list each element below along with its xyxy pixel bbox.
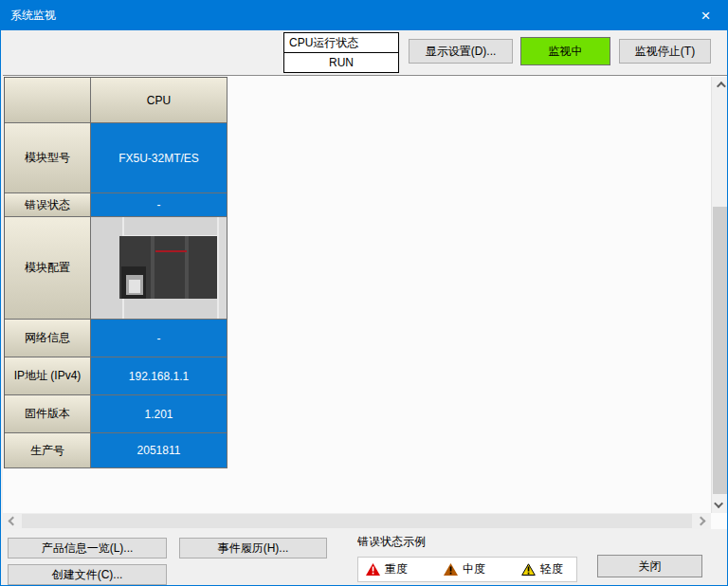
cpu-run-status-label: CPU运行状态 xyxy=(284,33,398,53)
row-label-error-status: 错误状态 xyxy=(5,193,91,217)
chevron-up-icon xyxy=(717,82,726,91)
legend-item-severe: 重度 xyxy=(366,561,408,577)
create-file-button[interactable]: 创建文件(C)... xyxy=(8,564,167,585)
monitor-stop-button[interactable]: 监视停止(T) xyxy=(619,39,711,64)
window-title: 系统监视 xyxy=(1,8,684,24)
cpu-column-header: CPU xyxy=(91,78,228,123)
chevron-right-icon xyxy=(697,517,706,526)
row-label-firmware-version: 固件版本 xyxy=(5,395,91,433)
production-number-value[interactable]: 2051811 xyxy=(91,433,228,468)
row-label-ip-address: IP地址 (IPv4) xyxy=(5,357,91,395)
network-info-value[interactable]: - xyxy=(91,320,228,357)
moderate-warning-icon xyxy=(444,563,458,576)
module-info-table: CPU 模块型号 FX5U-32MT/ES 错误状态 - 模块配置 xyxy=(4,77,228,468)
minor-warning-icon xyxy=(521,563,536,576)
table-corner-cell xyxy=(5,78,91,123)
module-red-stripe xyxy=(155,250,187,252)
ethernet-port-inner xyxy=(129,280,140,293)
scrollbar-up-button[interactable] xyxy=(712,77,728,93)
ip-address-value[interactable]: 192.168.1.1 xyxy=(91,357,228,395)
legend-item-minor: 轻度 xyxy=(521,561,563,577)
module-segment-divider-1 xyxy=(151,236,155,299)
vertical-scrollbar-thumb[interactable] xyxy=(713,207,727,494)
ethernet-port-icon xyxy=(126,275,143,295)
row-label-module-configuration: 模块配置 xyxy=(5,217,91,320)
module-segment-divider-2 xyxy=(185,236,189,299)
legend-label-severe: 重度 xyxy=(385,561,408,577)
close-icon: × xyxy=(701,7,711,26)
error-legend-title: 错误状态示例 xyxy=(357,534,426,550)
scrollbar-down-button[interactable] xyxy=(712,497,728,513)
horizontal-scrollbar-thumb[interactable] xyxy=(22,514,692,528)
plc-module-graphic[interactable] xyxy=(119,236,217,299)
vertical-scrollbar[interactable] xyxy=(711,77,727,513)
ethernet-port-block xyxy=(121,266,146,299)
chevron-down-icon xyxy=(714,499,723,508)
scrollbar-right-button[interactable] xyxy=(693,513,709,529)
severe-warning-icon xyxy=(366,563,380,576)
legend-item-moderate: 中度 xyxy=(444,561,485,577)
row-label-production-number: 生产号 xyxy=(5,433,91,468)
cpu-run-status-panel: CPU运行状态 RUN xyxy=(283,32,399,73)
product-info-list-button[interactable]: 产品信息一览(L)... xyxy=(8,538,167,559)
system-monitor-dialog: 系统监视 × CPU运行状态 RUN 显示设置(D)... 监视中 监视停止(T… xyxy=(0,0,728,586)
legend-label-minor: 轻度 xyxy=(540,561,563,577)
module-model-value[interactable]: FX5U-32MT/ES xyxy=(91,123,228,193)
chevron-left-icon xyxy=(9,517,18,526)
row-label-module-model: 模块型号 xyxy=(5,123,91,193)
cpu-run-status-value: RUN xyxy=(284,53,398,72)
module-configuration-cell[interactable] xyxy=(91,217,228,320)
row-label-network-info: 网络信息 xyxy=(5,320,91,357)
legend-label-moderate: 中度 xyxy=(463,561,485,577)
firmware-version-value[interactable]: 1.201 xyxy=(91,395,228,433)
monitor-content-area: CPU 模块型号 FX5U-32MT/ES 错误状态 - 模块配置 xyxy=(3,75,727,529)
error-status-value[interactable]: - xyxy=(91,193,228,217)
close-dialog-button[interactable]: 关闭 xyxy=(597,555,702,577)
error-legend-box: 重度 中度 轻度 xyxy=(357,557,577,582)
event-history-button[interactable]: 事件履历(H)... xyxy=(179,538,327,559)
monitoring-status-button[interactable]: 监视中 xyxy=(520,37,610,65)
title-bar: 系统监视 × xyxy=(1,1,727,30)
config-right-strip xyxy=(219,217,227,319)
close-button[interactable]: × xyxy=(684,1,727,30)
display-settings-button[interactable]: 显示设置(D)... xyxy=(409,39,513,64)
scrollbar-left-button[interactable] xyxy=(5,513,21,529)
horizontal-scrollbar[interactable] xyxy=(3,513,711,529)
